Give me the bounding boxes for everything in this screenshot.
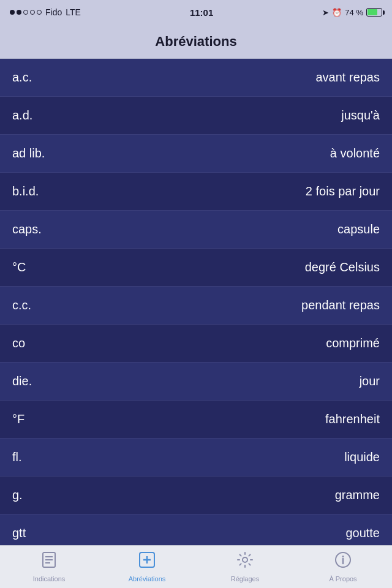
meaning-label: à volonté [330, 146, 380, 160]
apropos-tab-label: À Propos [329, 575, 356, 582]
meaning-label: degré Celsius [305, 260, 380, 274]
abbrev-label: c.c. [12, 298, 31, 312]
abbrev-label: ad lib. [12, 146, 45, 160]
table-row[interactable]: die.jour [0, 363, 392, 401]
status-bar: Fido LTE 11:01 ➤ ⏰ 74 % [0, 0, 392, 24]
network-label: LTE [66, 7, 81, 17]
table-row[interactable]: b.i.d.2 fois par jour [0, 173, 392, 211]
meaning-label: avant repas [315, 70, 380, 85]
dot-3 [23, 10, 28, 15]
svg-point-7 [243, 557, 247, 562]
battery-percent: 74 % [345, 8, 363, 17]
meaning-label: pendant repas [301, 298, 380, 312]
abbrev-label: gtt [12, 526, 26, 540]
meaning-label: 2 fois par jour [306, 184, 380, 198]
table-row[interactable]: cocomprimé [0, 325, 392, 363]
dot-5 [37, 10, 42, 15]
meaning-label: jusqu'à [341, 108, 380, 123]
tab-bar: Indications Abréviations Réglages À Prop… [0, 545, 392, 588]
status-time: 11:01 [190, 7, 213, 18]
status-right: ➤ ⏰ 74 % [322, 8, 382, 17]
carrier-label: Fido [45, 7, 62, 17]
table-row[interactable]: caps.capsule [0, 211, 392, 249]
tab-reglages[interactable]: Réglages [196, 546, 294, 588]
abreviations-tab-label: Abréviations [129, 575, 166, 582]
battery-fill [368, 9, 377, 15]
nav-bar: Abréviations [0, 24, 392, 59]
table-row[interactable]: °Ffahrenheit [0, 401, 392, 439]
status-left: Fido LTE [10, 7, 81, 17]
dot-4 [30, 10, 35, 15]
abbrev-label: °C [12, 260, 26, 274]
apropos-icon [334, 551, 352, 573]
abbrev-label: caps. [12, 222, 42, 236]
battery-icon [366, 8, 382, 17]
indications-tab-label: Indications [33, 575, 66, 582]
table-row[interactable]: c.c.pendant repas [0, 287, 392, 325]
tab-abreviations[interactable]: Abréviations [98, 546, 196, 588]
indications-icon [40, 551, 58, 573]
dot-1 [10, 10, 15, 15]
meaning-label: gramme [335, 488, 380, 502]
abbrev-label: a.d. [12, 108, 32, 123]
abbrev-label: b.i.d. [12, 184, 39, 198]
reglages-icon [236, 551, 254, 573]
table-row[interactable]: a.c.avant repas [0, 59, 392, 97]
meaning-label: goutte [345, 526, 380, 540]
tab-indications[interactable]: Indications [0, 546, 98, 588]
page-title: Abréviations [155, 34, 236, 50]
svg-point-10 [342, 556, 344, 557]
table-row[interactable]: a.d.jusqu'à [0, 97, 392, 135]
dot-2 [17, 10, 21, 15]
abbrev-label: fl. [12, 450, 22, 464]
table-row[interactable]: °Cdegré Celsius [0, 249, 392, 287]
signal-dots [10, 10, 42, 15]
table-row[interactable]: g.gramme [0, 477, 392, 514]
abreviations-icon [138, 551, 156, 573]
tab-apropos[interactable]: À Propos [294, 546, 392, 588]
abbrev-label: co [12, 336, 25, 350]
abbrev-label: die. [12, 374, 32, 388]
table-row[interactable]: gttgoutte [0, 514, 392, 545]
abbrev-label: g. [12, 488, 23, 502]
meaning-label: capsule [337, 222, 380, 236]
meaning-label: fahrenheit [325, 412, 380, 426]
nav-arrow-icon: ➤ [322, 8, 329, 17]
clock-icon: ⏰ [332, 8, 342, 17]
meaning-label: jour [360, 374, 380, 388]
reglages-tab-label: Réglages [231, 575, 259, 582]
abbrev-label: °F [12, 412, 24, 426]
meaning-label: liquide [344, 450, 380, 464]
abbrev-label: a.c. [12, 70, 32, 85]
meaning-label: comprimé [326, 336, 380, 350]
table-row[interactable]: ad lib.à volonté [0, 135, 392, 173]
table-row[interactable]: fl.liquide [0, 439, 392, 477]
abbreviations-list: a.c.avant repasa.d.jusqu'àad lib.à volon… [0, 59, 392, 545]
